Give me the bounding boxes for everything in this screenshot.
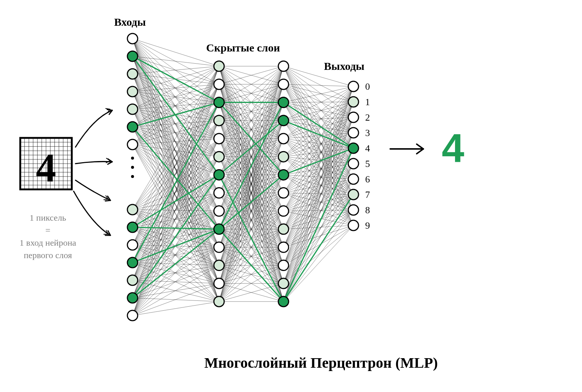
svg-line-102 <box>133 139 219 210</box>
svg-line-117 <box>133 157 219 227</box>
hidden2-node-5 <box>278 152 289 162</box>
svg-line-508 <box>283 179 353 266</box>
output-node-5 <box>348 158 359 169</box>
connections <box>133 39 353 316</box>
hidden2-node-1 <box>278 79 289 89</box>
svg-line-514 <box>283 117 353 284</box>
hidden1-node-9 <box>214 224 224 234</box>
label-outputs: Выходы <box>324 60 364 72</box>
hidden1-node-2 <box>214 97 224 107</box>
hidden2-node-3 <box>278 115 289 126</box>
hidden2-node-2 <box>278 97 289 107</box>
label-hidden: Скрытые слои <box>206 42 280 54</box>
hidden2-node-4 <box>278 133 289 144</box>
svg-line-403 <box>283 84 353 102</box>
ellipsis-dot <box>131 166 134 169</box>
output-node-0 <box>348 81 359 92</box>
input-node-5 <box>127 122 138 132</box>
hidden2-node-9 <box>278 224 289 234</box>
svg-line-8 <box>133 39 219 211</box>
pixel_note_l1: 1 пиксель <box>29 213 66 222</box>
input-node-9 <box>127 240 138 250</box>
svg-line-492 <box>283 86 353 247</box>
input-node-3 <box>127 86 138 97</box>
hidden1-node-5 <box>214 152 224 162</box>
input-node-12 <box>127 293 138 303</box>
svg-line-521 <box>283 225 353 284</box>
svg-line-434 <box>283 117 353 139</box>
svg-line-412 <box>283 86 353 102</box>
output-arrow <box>390 144 423 154</box>
svg-line-494 <box>283 117 353 247</box>
output-label-8: 8 <box>365 205 370 215</box>
input-node-7 <box>127 204 138 215</box>
predicted-digit: 4 <box>442 125 464 170</box>
label-inputs: Входы <box>114 16 146 28</box>
input-node-8 <box>127 222 138 232</box>
svg-line-540 <box>133 175 219 298</box>
input-glyph: 4 <box>36 145 56 190</box>
hidden1-node-1 <box>214 79 224 89</box>
hidden2-node-12 <box>278 278 289 289</box>
svg-line-524 <box>283 117 353 302</box>
svg-line-154 <box>133 66 219 280</box>
output-node-7 <box>348 189 359 200</box>
svg-line-528 <box>283 179 353 302</box>
hidden2-node-7 <box>278 188 289 198</box>
output-node-4 <box>348 143 359 153</box>
svg-line-397 <box>283 66 353 164</box>
output-label-5: 5 <box>365 158 370 169</box>
hidden1-node-13 <box>214 296 224 307</box>
hidden1-node-12 <box>214 278 224 289</box>
input-node-2 <box>127 69 138 79</box>
input-node-10 <box>127 257 138 268</box>
svg-line-513 <box>283 102 353 284</box>
svg-line-15 <box>133 56 219 84</box>
output-label-0: 0 <box>365 81 370 92</box>
hidden2-node-10 <box>278 242 289 252</box>
hidden2-node-8 <box>278 206 289 216</box>
hidden1-node-10 <box>214 242 224 252</box>
svg-line-549 <box>283 102 353 148</box>
svg-line-415 <box>283 102 353 133</box>
svg-line-435 <box>283 133 353 139</box>
svg-line-512 <box>283 86 353 284</box>
feed-arrows <box>74 108 112 235</box>
input-node-11 <box>127 275 138 285</box>
svg-line-396 <box>283 66 353 148</box>
output-node-9 <box>348 220 359 231</box>
label-title: Многослойный Перцептрон (MLP) <box>204 354 438 371</box>
svg-line-502 <box>283 86 353 266</box>
output-label-3: 3 <box>365 128 370 138</box>
svg-line-104 <box>133 175 219 210</box>
output-node-3 <box>348 128 359 138</box>
hidden1-node-6 <box>214 170 224 180</box>
ellipsis-dot <box>131 157 134 160</box>
output-node-8 <box>348 205 359 215</box>
hidden1-node-4 <box>214 133 224 144</box>
input-node-1 <box>127 51 138 61</box>
hidden2-node-0 <box>278 61 289 71</box>
input-node-6 <box>127 139 138 150</box>
svg-line-82 <box>133 127 219 284</box>
hidden2-node-6 <box>278 170 289 180</box>
ellipsis-dot <box>131 175 134 178</box>
hidden1-node-8 <box>214 206 224 216</box>
input-image: 4 <box>20 138 72 190</box>
svg-line-503 <box>283 102 353 266</box>
input-node-4 <box>127 104 138 114</box>
hidden1-node-11 <box>214 260 224 271</box>
hidden1-node-7 <box>214 188 224 198</box>
svg-line-531 <box>283 225 353 302</box>
hidden2-node-11 <box>278 260 289 271</box>
output-node-2 <box>348 112 359 122</box>
mlp-diagram: 0123456789ВходыСкрытые слоиВыходыМногосл… <box>0 0 582 392</box>
output-label-4: 4 <box>365 143 370 154</box>
output-label-2: 2 <box>365 112 370 123</box>
svg-line-497 <box>283 164 353 247</box>
svg-line-119 <box>133 193 219 227</box>
pixel_note_l3: 1 вход нейрона <box>20 238 76 247</box>
input-node-13 <box>127 310 138 321</box>
output-label-6: 6 <box>365 174 370 185</box>
hidden1-node-0 <box>214 61 224 71</box>
